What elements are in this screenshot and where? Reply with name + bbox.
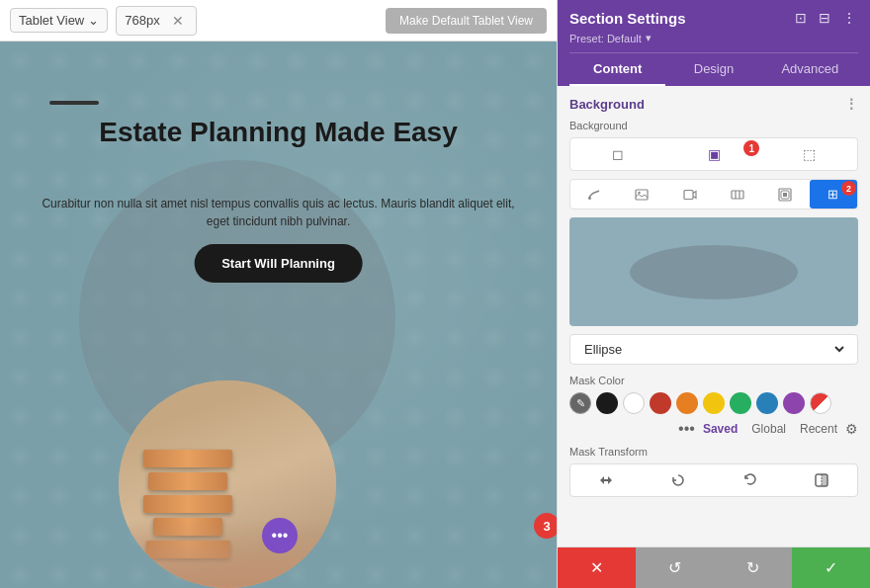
panel-header: Section Settings ⊡ ⊟ ⋮ Preset: Default ▾… [558, 0, 870, 86]
view-selector[interactable]: Tablet View ⌄ [10, 8, 108, 33]
mask-shape-select[interactable]: Ellipse Circle Rectangle Triangle [580, 341, 847, 358]
make-default-button[interactable]: Make Default Tablet View [386, 8, 547, 34]
style-photo-icon[interactable] [618, 180, 665, 209]
paint-icon [587, 188, 601, 202]
style-icons-row: ⊞ 2 [569, 179, 858, 210]
px-close-button[interactable]: ✕ [168, 11, 188, 31]
transform-undo[interactable] [714, 464, 786, 496]
color-swatch-green[interactable] [730, 392, 751, 414]
slideshow-icon [731, 188, 744, 202]
color-more-button[interactable]: ••• [678, 421, 695, 437]
tab-content[interactable]: Content [569, 53, 665, 86]
style-mask-icon[interactable] [761, 180, 809, 209]
invert-icon [814, 472, 829, 488]
active-style-icon: ⊞ [827, 187, 838, 202]
tab-design[interactable]: Design [665, 53, 761, 86]
hero-title: Estate Planning Made Easy [20, 116, 537, 149]
background-section-label: Background [569, 97, 645, 112]
panel-footer: ✕ ↺ ↻ ✓ [558, 546, 870, 588]
block-2 [148, 472, 227, 490]
flip-horizontal-icon [598, 472, 614, 488]
panel-title-row: Section Settings ⊡ ⊟ ⋮ [569, 8, 858, 28]
preset-row: Preset: Default ▾ [569, 32, 858, 44]
no-bg-icon: ◻ [612, 146, 624, 162]
view-label: Tablet View [19, 13, 84, 28]
chevron-down-icon: ⌄ [88, 13, 99, 28]
preview-ellipse-shape [630, 245, 798, 299]
px-input[interactable] [125, 13, 164, 28]
color-swatches: ✎ [569, 392, 858, 414]
hero-area: Estate Planning Made Easy Curabitur non … [0, 42, 557, 588]
mask-transform-label: Mask Transform [569, 446, 858, 458]
style-active-icon[interactable]: ⊞ 2 [810, 180, 857, 209]
hero-line [49, 101, 99, 105]
right-panel: Section Settings ⊡ ⊟ ⋮ Preset: Default ▾… [557, 0, 870, 588]
color-tab-global[interactable]: Global [745, 420, 792, 438]
svg-rect-11 [822, 474, 827, 486]
preset-dropdown-icon: ▾ [646, 32, 652, 44]
color-tab-recent[interactable]: Recent [794, 420, 843, 438]
px-input-wrapper[interactable]: ✕ [116, 6, 197, 36]
tab-advanced[interactable]: Advanced [762, 53, 858, 86]
color-swatch-black[interactable] [596, 392, 618, 414]
panel-header-icons: ⊡ ⊟ ⋮ [793, 8, 858, 28]
undo-button[interactable]: ↺ [636, 547, 714, 588]
color-swatch-gradient[interactable] [810, 392, 831, 414]
left-panel: Tablet View ⌄ ✕ Make Default Tablet View… [0, 0, 557, 588]
svg-rect-4 [732, 191, 743, 199]
background-label: Background [569, 120, 858, 131]
bg-type-none[interactable]: ◻ [570, 138, 666, 170]
background-section: Background ⋮ [569, 96, 858, 112]
color-swatch-yellow[interactable] [703, 392, 725, 414]
mask-icon [778, 188, 792, 202]
panel-title: Section Settings [569, 10, 686, 27]
color-swatch-orange[interactable] [676, 392, 698, 414]
color-settings-gear[interactable]: ⚙ [845, 421, 858, 437]
hero-cta-button[interactable]: Start Will Planning [194, 244, 363, 283]
bg-type-solid[interactable]: ▣ 1 [666, 138, 762, 170]
badge-2: 2 [841, 181, 856, 196]
hero-subtitle: Curabitur non nulla sit amet nisl tempus… [30, 195, 527, 230]
block-1 [143, 450, 232, 467]
color-tab-saved[interactable]: Saved [697, 420, 743, 438]
hero-image [119, 380, 336, 588]
float-action-button[interactable]: ••• [262, 518, 298, 553]
photo-icon [635, 188, 649, 202]
cancel-button[interactable]: ✕ [558, 547, 636, 588]
undo-transform-icon [741, 472, 757, 488]
color-tabs-row: ••• Saved Global Recent ⚙ [569, 420, 858, 438]
style-paint-icon[interactable] [570, 180, 618, 209]
panel-tabs: Content Design Advanced [569, 52, 858, 86]
save-button[interactable]: ✓ [792, 547, 870, 588]
transform-rotate[interactable] [643, 464, 715, 496]
svg-rect-3 [684, 190, 693, 199]
redo-button[interactable]: ↻ [714, 547, 792, 588]
section-menu-dots[interactable]: ⋮ [844, 96, 858, 112]
eyedropper-swatch[interactable]: ✎ [569, 392, 591, 414]
preset-label: Preset: Default [569, 33, 642, 44]
mask-preview [569, 217, 858, 326]
svg-rect-9 [783, 193, 787, 197]
style-slideshow-icon[interactable] [714, 180, 761, 209]
panel-body: Background ⋮ Background ◻ ▣ 1 ⬚ [558, 86, 870, 546]
transform-flip-h[interactable] [570, 464, 643, 496]
block-3 [143, 495, 232, 513]
eyedropper-icon: ✎ [576, 397, 585, 410]
bg-type-gradient[interactable]: ⬚ [761, 138, 857, 170]
gradient-bg-icon: ⬚ [803, 146, 816, 162]
color-swatch-red[interactable] [650, 392, 671, 414]
mask-color-label: Mask Color [569, 375, 858, 386]
color-swatch-blue[interactable] [756, 392, 778, 414]
panel-layout-icon[interactable]: ⊟ [817, 8, 832, 28]
svg-point-0 [588, 197, 591, 200]
color-swatch-purple[interactable] [783, 392, 805, 414]
transform-invert[interactable] [786, 464, 858, 496]
panel-save-icon[interactable]: ⊡ [793, 8, 809, 28]
mask-shape-dropdown[interactable]: Ellipse Circle Rectangle Triangle [569, 334, 858, 365]
transform-icons-row [569, 463, 858, 497]
style-video-icon[interactable] [666, 180, 714, 209]
video-icon [683, 188, 697, 202]
bg-type-row: ◻ ▣ 1 ⬚ [569, 137, 858, 171]
panel-more-icon[interactable]: ⋮ [840, 8, 858, 28]
color-swatch-white[interactable] [623, 392, 645, 414]
